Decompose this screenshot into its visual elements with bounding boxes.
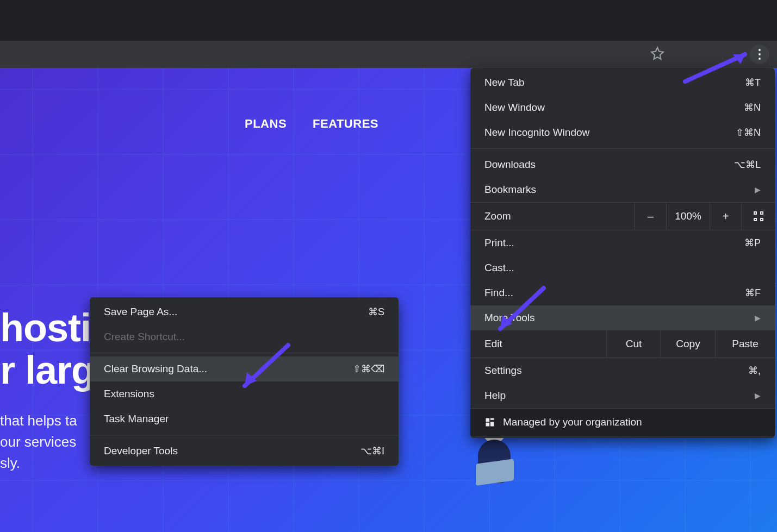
- browser-toolbar: [0, 41, 777, 68]
- menu-downloads[interactable]: Downloads ⌥⌘L: [470, 152, 775, 177]
- menu-new-incognito[interactable]: New Incognito Window ⇧⌘N: [470, 120, 775, 145]
- more-tools-submenu: Save Page As... ⌘S Create Shortcut... Cl…: [90, 297, 399, 466]
- menu-zoom-row: Zoom – 100% +: [470, 202, 775, 230]
- star-icon: [650, 46, 664, 62]
- menu-label: Print...: [484, 237, 514, 249]
- menu-edit-row: Edit Cut Copy Paste: [470, 330, 775, 358]
- menu-label: New Window: [484, 102, 545, 114]
- fullscreen-icon: [754, 211, 763, 221]
- menu-label: Clear Browsing Data...: [104, 363, 207, 375]
- site-nav: PLANS FEATURES: [245, 117, 378, 131]
- menu-find[interactable]: Find... ⌘F: [470, 280, 775, 305]
- chevron-right-icon: ▶: [755, 185, 761, 194]
- menu-label: Save Page As...: [104, 306, 177, 318]
- menu-edit-label: Edit: [470, 330, 606, 358]
- menu-label: Help: [484, 390, 506, 402]
- menu-label: Task Manager: [104, 413, 169, 425]
- menu-shortcut: ⌥⌘I: [360, 445, 384, 457]
- menu-help[interactable]: Help ▶: [470, 383, 775, 408]
- menu-settings[interactable]: Settings ⌘,: [470, 358, 775, 383]
- edit-copy-button[interactable]: Copy: [661, 330, 715, 358]
- menu-label: Bookmarks: [484, 184, 536, 196]
- submenu-save-page[interactable]: Save Page As... ⌘S: [90, 299, 399, 324]
- browser-tabstrip: [0, 0, 777, 41]
- kebab-icon: [759, 48, 761, 61]
- chrome-main-menu: New Tab ⌘T New Window ⌘N New Incognito W…: [470, 68, 775, 438]
- menu-label: More Tools: [484, 312, 535, 324]
- menu-label: New Incognito Window: [484, 127, 589, 139]
- menu-more-tools[interactable]: More Tools ▶: [470, 305, 775, 330]
- zoom-in-button[interactable]: +: [710, 203, 741, 230]
- menu-separator: [470, 148, 775, 149]
- submenu-developer-tools[interactable]: Developer Tools ⌥⌘I: [90, 439, 399, 464]
- menu-new-window[interactable]: New Window ⌘N: [470, 95, 775, 120]
- menu-cast[interactable]: Cast...: [470, 255, 775, 280]
- edit-cut-button[interactable]: Cut: [606, 330, 661, 358]
- chevron-right-icon: ▶: [755, 314, 761, 322]
- menu-separator: [90, 353, 399, 353]
- menu-label: Settings: [484, 365, 522, 377]
- submenu-clear-browsing-data[interactable]: Clear Browsing Data... ⇧⌘⌫: [90, 356, 399, 381]
- organization-icon: [484, 417, 495, 428]
- menu-label: New Tab: [484, 77, 525, 89]
- menu-label: Cast...: [484, 262, 514, 274]
- menu-bookmarks[interactable]: Bookmarks ▶: [470, 177, 775, 202]
- menu-separator: [90, 435, 399, 435]
- chrome-menu-button[interactable]: [750, 45, 769, 64]
- menu-shortcut: ⌘P: [744, 237, 761, 249]
- menu-label: Create Shortcut...: [104, 331, 185, 343]
- chevron-right-icon: ▶: [755, 391, 761, 400]
- zoom-value: 100%: [666, 203, 710, 230]
- menu-managed-by-org[interactable]: Managed by your organization: [470, 408, 775, 436]
- menu-shortcut: ⌘S: [368, 306, 384, 318]
- submenu-task-manager[interactable]: Task Manager: [90, 406, 399, 431]
- menu-print[interactable]: Print... ⌘P: [470, 230, 775, 255]
- submenu-extensions[interactable]: Extensions: [90, 381, 399, 406]
- nav-features[interactable]: FEATURES: [313, 117, 378, 131]
- menu-new-tab[interactable]: New Tab ⌘T: [470, 70, 775, 95]
- edit-paste-button[interactable]: Paste: [715, 330, 775, 358]
- menu-label: Managed by your organization: [503, 416, 642, 428]
- fullscreen-button[interactable]: [741, 203, 775, 230]
- menu-shortcut: ⇧⌘⌫: [353, 363, 384, 375]
- menu-label: Downloads: [484, 159, 536, 171]
- menu-label: Developer Tools: [104, 445, 178, 457]
- menu-shortcut: ⌘,: [748, 365, 761, 377]
- menu-shortcut: ⌘F: [745, 287, 761, 299]
- bookmark-star-button[interactable]: [647, 43, 668, 65]
- menu-label: Extensions: [104, 388, 154, 400]
- menu-shortcut: ⇧⌘N: [736, 127, 761, 139]
- menu-shortcut: ⌥⌘L: [734, 159, 761, 171]
- menu-shortcut: ⌘T: [745, 77, 761, 89]
- submenu-create-shortcut: Create Shortcut...: [90, 324, 399, 349]
- menu-label: Find...: [484, 287, 513, 299]
- nav-plans[interactable]: PLANS: [245, 117, 287, 131]
- zoom-out-button[interactable]: –: [635, 203, 666, 230]
- menu-zoom-label: Zoom: [470, 203, 635, 230]
- menu-shortcut: ⌘N: [744, 102, 761, 114]
